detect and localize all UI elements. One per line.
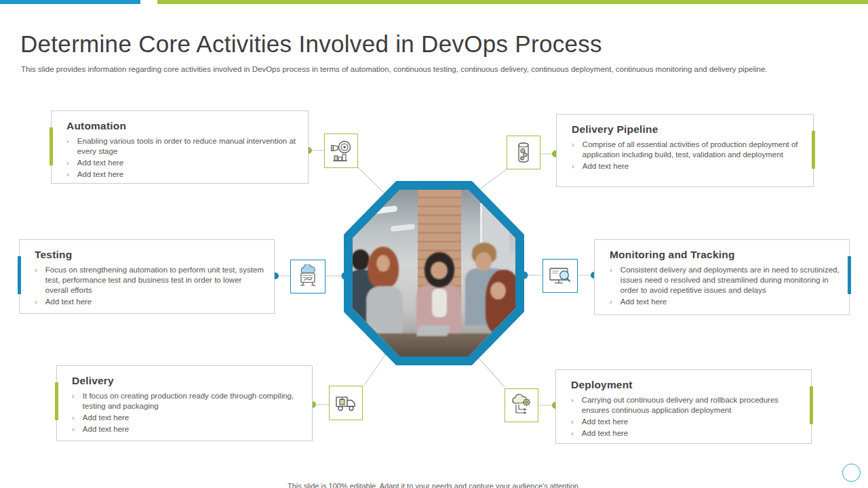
bullet-item: ›Add text here bbox=[35, 297, 266, 307]
delivery-truck-icon bbox=[334, 391, 358, 415]
card-bullets: ›Focus on strengthening automation to pe… bbox=[35, 265, 266, 307]
decorative-circle bbox=[842, 464, 861, 482]
cloud-monitor-icon bbox=[296, 264, 320, 289]
bullet-item: ›Add text here bbox=[572, 161, 805, 171]
bullet-item: ›Add text here bbox=[72, 424, 304, 434]
accent-bar bbox=[55, 382, 58, 420]
cloud-gear-arrows-icon bbox=[509, 393, 534, 418]
accent-bar bbox=[848, 256, 851, 294]
icon-tile-automation bbox=[324, 134, 358, 168]
card-title: Delivery bbox=[72, 375, 304, 387]
card-deployment: Deployment ›Carrying out continuous deli… bbox=[555, 369, 812, 444]
card-delivery-pipeline: Delivery Pipeline ›Comprise of all essen… bbox=[556, 114, 814, 187]
accent-bar bbox=[812, 131, 815, 169]
card-title: Delivery Pipeline bbox=[572, 123, 805, 136]
card-title: Automation bbox=[66, 120, 300, 132]
laptop bbox=[416, 325, 450, 336]
bullet-item: ›Focus on strengthening automation to pe… bbox=[35, 265, 266, 296]
bullet-item: ›Add text here bbox=[66, 169, 300, 180]
card-bullets: ›Carrying out continuous delivery and ro… bbox=[571, 395, 803, 439]
bullet-item: ›Comprise of all essential activities of… bbox=[572, 140, 805, 160]
bullet-item: ›Add text here bbox=[571, 428, 803, 439]
accent-bar bbox=[18, 256, 21, 294]
card-bullets: ›Enabling various tools in order to redu… bbox=[66, 136, 300, 180]
card-testing: Testing ›Focus on strengthening automati… bbox=[19, 239, 275, 314]
bullet-item: ›Add text here bbox=[610, 297, 841, 307]
icon-tile-deployment bbox=[505, 388, 538, 422]
card-bullets: ›Comprise of all essential activities of… bbox=[572, 140, 805, 171]
card-automation: Automation ›Enabling various tools in or… bbox=[51, 110, 309, 184]
card-title: Deployment bbox=[571, 379, 803, 391]
team-photo bbox=[353, 190, 515, 357]
bullet-item: ›Carrying out continuous delivery and ro… bbox=[571, 395, 803, 415]
accent-bar bbox=[810, 386, 813, 424]
bullet-item: ›Add text here bbox=[66, 158, 300, 168]
monitor-magnifier-icon bbox=[548, 264, 572, 288]
card-title: Testing bbox=[35, 249, 266, 261]
pipeline-cylinder-gears-icon bbox=[511, 140, 536, 165]
card-delivery: Delivery ›It focus on creating productio… bbox=[56, 365, 313, 441]
icon-tile-delivery bbox=[329, 386, 363, 420]
card-bullets: ›Consistent delivery and deployments are… bbox=[610, 265, 841, 307]
team-photo-octagon bbox=[344, 181, 524, 365]
accent-bar bbox=[50, 127, 53, 165]
bullet-item: ›It focus on creating production ready c… bbox=[72, 391, 304, 411]
icon-tile-monitoring bbox=[542, 259, 578, 293]
card-bullets: ›It focus on creating production ready c… bbox=[72, 391, 304, 434]
slide: Determine Core Activities Involved in De… bbox=[0, 0, 868, 488]
bullet-item: ›Consistent delivery and deployments are… bbox=[610, 265, 841, 296]
card-monitoring-and-tracking: Monitoring and Tracking ›Consistent deli… bbox=[594, 239, 850, 315]
icon-tile-delivery-pipeline bbox=[507, 136, 540, 169]
bullet-item: ›Enabling various tools in order to redu… bbox=[66, 136, 300, 157]
bullet-item: ›Add text here bbox=[571, 417, 803, 427]
card-title: Monitoring and Tracking bbox=[610, 249, 841, 261]
footer-note: This slide is 100% editable. Adapt it to… bbox=[0, 482, 868, 488]
bullet-item: ›Add text here bbox=[72, 413, 304, 423]
target-megaphone-chart-icon bbox=[329, 139, 353, 163]
icon-tile-testing bbox=[290, 260, 326, 293]
